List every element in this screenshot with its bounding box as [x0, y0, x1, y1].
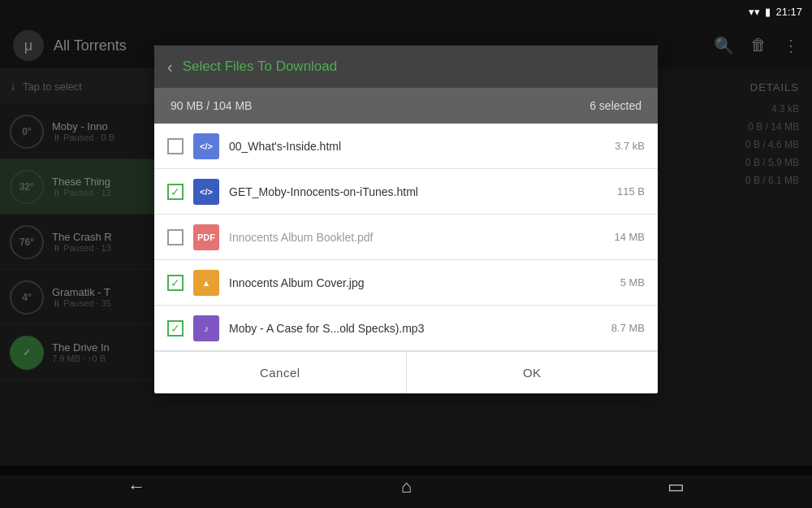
html-dark-icon: </> — [193, 179, 219, 205]
file-checkbox[interactable] — [167, 138, 184, 154]
selected-count: 6 selected — [590, 99, 641, 112]
back-nav-icon[interactable]: ← — [127, 476, 145, 497]
jpg-icon: ▲ — [193, 270, 219, 296]
dialog-header: ‹ Select Files To Download — [154, 46, 658, 88]
cancel-button[interactable]: Cancel — [154, 352, 407, 393]
file-checkbox[interactable] — [167, 229, 184, 245]
recent-nav-icon[interactable]: ▭ — [667, 476, 685, 497]
status-icons: ▾▾ ▮ 21:17 — [749, 6, 802, 18]
file-name: Innocents Album Booklet.pdf — [229, 231, 604, 244]
modal-overlay: ‹ Select Files To Download 90 MB / 104 M… — [0, 23, 812, 475]
file-size: 5 MB — [620, 276, 645, 289]
file-select-dialog: ‹ Select Files To Download 90 MB / 104 M… — [154, 46, 658, 393]
file-name: Innocents Album Cover.jpg — [229, 276, 611, 289]
file-checkbox[interactable]: ✓ — [167, 320, 184, 336]
dialog-title: Select Files To Download — [183, 59, 338, 75]
back-icon[interactable]: ‹ — [167, 58, 173, 76]
pdf-icon: PDF — [193, 224, 219, 250]
file-name: GET_Moby-Innocents-on-iTunes.html — [229, 185, 607, 198]
file-checkbox[interactable]: ✓ — [167, 275, 184, 291]
home-nav-icon[interactable]: ⌂ — [401, 476, 412, 497]
dialog-stats: 90 MB / 104 MB 6 selected — [154, 88, 658, 124]
status-time: 21:17 — [775, 6, 802, 18]
file-name: 00_What's-Inside.html — [229, 140, 605, 153]
wifi-icon: ▾▾ — [749, 6, 760, 18]
dialog-actions: Cancel OK — [154, 351, 658, 393]
file-size: 115 B — [617, 185, 645, 198]
file-checkbox[interactable]: ✓ — [167, 184, 184, 200]
mp3-icon: ♪ — [193, 315, 219, 341]
file-item[interactable]: ✓ </> GET_Moby-Innocents-on-iTunes.html … — [154, 169, 658, 215]
file-size: 14 MB — [614, 231, 645, 243]
battery-icon: ▮ — [765, 6, 771, 18]
file-list: </> 00_What's-Inside.html 3.7 kB ✓ </> G… — [154, 124, 658, 351]
total-size: 90 MB / 104 MB — [171, 99, 252, 112]
html-icon: </> — [193, 133, 219, 159]
file-item[interactable]: PDF Innocents Album Booklet.pdf 14 MB — [154, 215, 658, 260]
file-name: Moby - A Case for S...old Specks).mp3 — [229, 322, 602, 335]
file-item[interactable]: </> 00_What's-Inside.html 3.7 kB — [154, 124, 658, 169]
ok-button[interactable]: OK — [407, 352, 659, 393]
file-item[interactable]: ✓ ▲ Innocents Album Cover.jpg 5 MB — [154, 260, 658, 306]
file-size: 8.7 MB — [611, 322, 645, 334]
file-item[interactable]: ✓ ♪ Moby - A Case for S...old Specks).mp… — [154, 306, 658, 351]
file-size: 3.7 kB — [615, 140, 645, 152]
status-bar: ▾▾ ▮ 21:17 — [0, 0, 812, 23]
